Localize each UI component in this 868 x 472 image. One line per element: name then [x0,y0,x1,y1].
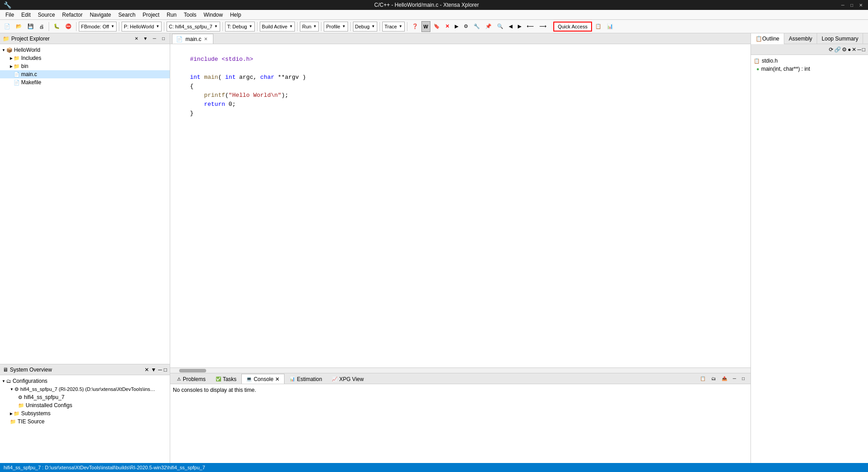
so-collapse-btn[interactable]: ✕ [145,367,149,373]
tab-tasks[interactable]: ✅ Tasks [211,374,242,384]
run-dropdown[interactable]: Run ▼ [300,22,319,32]
w-btn[interactable]: W [421,21,430,32]
view-btn1[interactable]: 📋 [593,21,604,32]
pe-min-btn[interactable]: ─ [151,35,158,42]
menu-tools[interactable]: Tools [180,10,200,20]
tab-outline[interactable]: 📋 Outline [751,33,784,44]
print-btn[interactable]: 🖨 [37,21,46,32]
console-toolbar-btn2[interactable]: 🗂 [709,373,718,384]
help-btn[interactable]: ❓ [410,21,420,32]
outline-btn4[interactable]: ● [848,46,851,53]
outline-btn2[interactable]: 🔗 [834,46,841,53]
hifi4-expand[interactable] [10,387,14,391]
outline-btn1[interactable]: ⟳ [829,46,833,53]
config-dropdown[interactable]: C: hifi4_ss_spfpu_7 ▼ [167,22,220,32]
pe-menu-btn[interactable]: ▼ [142,35,149,42]
tab-estimation[interactable]: 📊 Estimation [285,374,327,384]
type-dropdown[interactable]: T: Debug ▼ [225,22,255,32]
tab-console[interactable]: 💻 Console ✕ [241,374,285,384]
console-toolbar-btn3[interactable]: 📤 [719,373,729,384]
console-toolbar-btn5[interactable]: □ [740,373,747,384]
so-configurations[interactable]: 🗂 Configurations [0,377,170,385]
editor-area[interactable]: #include <stdio.h> int main( int argc, c… [170,44,750,368]
tree-root-helloworld[interactable]: 📦 HelloWorld [0,46,170,54]
pe-max-btn[interactable]: □ [160,35,167,42]
menu-search[interactable]: Search [115,10,139,20]
app-icon: 🔧 [4,1,11,9]
view-btn2[interactable]: 📊 [605,21,615,32]
quick-access-button[interactable]: Quick Access [553,22,592,32]
x-btn[interactable]: ✕ [443,21,452,32]
tab-problems[interactable]: ⚠ Problems [172,374,211,384]
open-btn[interactable]: 📂 [14,21,24,32]
editor-hscroll[interactable] [170,368,750,373]
menu-edit[interactable]: Edit [18,10,34,20]
so-hifi4-child[interactable]: ⚙ hifi4_ss_spfpu_7 [0,393,170,401]
so-menu-btn[interactable]: ▼ [151,367,156,373]
build-active-dropdown[interactable]: Build Active ▼ [260,22,295,32]
debug-dropdown[interactable]: Debug ▼ [353,22,377,32]
fwd-btn[interactable]: ⟶ [537,21,549,32]
console-close[interactable]: ✕ [275,376,280,382]
tool3-btn[interactable]: 🔍 [495,21,506,32]
maximize-button[interactable]: □ [848,1,855,9]
tree-item-bin[interactable]: 📁 bin [0,62,170,70]
tool2-btn[interactable]: 📌 [483,21,494,32]
outline-btn5[interactable]: ✕ [852,46,856,53]
tree-item-makefile[interactable]: 📄 Makefile [0,78,170,86]
menu-help[interactable]: Help [226,10,245,20]
outline-item-stdio[interactable]: 📋 stdio.h [751,57,868,65]
go-btn[interactable]: ▶ [452,21,461,32]
menu-window[interactable]: Window [200,10,226,20]
so-subsystems[interactable]: 📁 Subsystems [0,409,170,418]
menu-file[interactable]: File [2,10,18,20]
outline-btn3[interactable]: ⚙ [842,46,847,53]
processor-dropdown[interactable]: P: HelloWorld ▼ [122,22,162,32]
menu-source[interactable]: Source [34,10,59,20]
bookmark-btn[interactable]: 🔖 [431,21,442,32]
tab-assembly[interactable]: Assembly [784,33,817,44]
tab-mainc[interactable]: 📄 main.c ✕ [172,34,213,44]
includes-expand[interactable] [10,56,13,60]
so-uninstalled[interactable]: 📁 Uninstalled Configs [0,401,170,409]
minimize-button[interactable]: ─ [839,1,846,9]
next-btn[interactable]: ▶ [515,21,524,32]
hscroll-thumb[interactable] [179,369,206,372]
tab-loop-summary[interactable]: Loop Summary [817,33,863,44]
menu-navigate[interactable]: Navigate [86,10,114,20]
subsystems-expand[interactable] [10,412,13,416]
fbmode-dropdown[interactable]: FBmode: Off ▼ [79,22,117,32]
tab-xpg-view[interactable]: 📈 XPG View [327,374,368,384]
sep9 [350,22,351,31]
back-btn[interactable]: ⟵ [524,21,536,32]
menu-run[interactable]: Run [163,10,180,20]
save-btn[interactable]: 💾 [25,21,36,32]
so-min-btn[interactable]: ─ [158,367,162,373]
trace-dropdown[interactable]: Trace ▼ [382,22,405,32]
outline-btn7[interactable]: □ [862,46,865,53]
tree-item-includes[interactable]: 📁 Includes [0,54,170,62]
outline-btn6[interactable]: ─ [857,46,861,53]
pe-collapse-btn[interactable]: ✕ [133,35,140,42]
outline-item-main[interactable]: ● main(int, char**) : int [751,65,868,73]
so-tie-source[interactable]: 📁 TIE Source [0,418,170,426]
so-hifi4-config[interactable]: ⚙ hifi4_ss_spfpu_7 (RI-2020.5) (D:\usr\x… [0,385,170,393]
tab-mainc-close[interactable]: ✕ [204,36,208,41]
tree-item-mainc[interactable]: 📄 main.c [0,70,170,78]
new-file-btn[interactable]: 📄 [2,21,13,32]
stop-btn[interactable]: ⛔ [63,21,74,32]
tool1-btn[interactable]: 🔧 [471,21,482,32]
close-button[interactable]: ✕ [857,1,864,9]
debug-icon-btn[interactable]: 🐛 [51,21,62,32]
so-max-btn[interactable]: □ [164,367,167,373]
menu-refactor[interactable]: Refactor [59,10,86,20]
configs-expand[interactable] [2,379,5,383]
prev-btn[interactable]: ◀ [506,21,515,32]
bin-expand[interactable] [10,64,13,68]
console-toolbar-btn1[interactable]: 📋 [698,373,708,384]
profile-dropdown[interactable]: Profile ▼ [324,22,348,32]
settings-btn[interactable]: ⚙ [461,21,470,32]
menu-project[interactable]: Project [139,10,163,20]
console-toolbar-btn4[interactable]: ─ [731,373,738,384]
helloworld-expand[interactable] [2,48,5,52]
